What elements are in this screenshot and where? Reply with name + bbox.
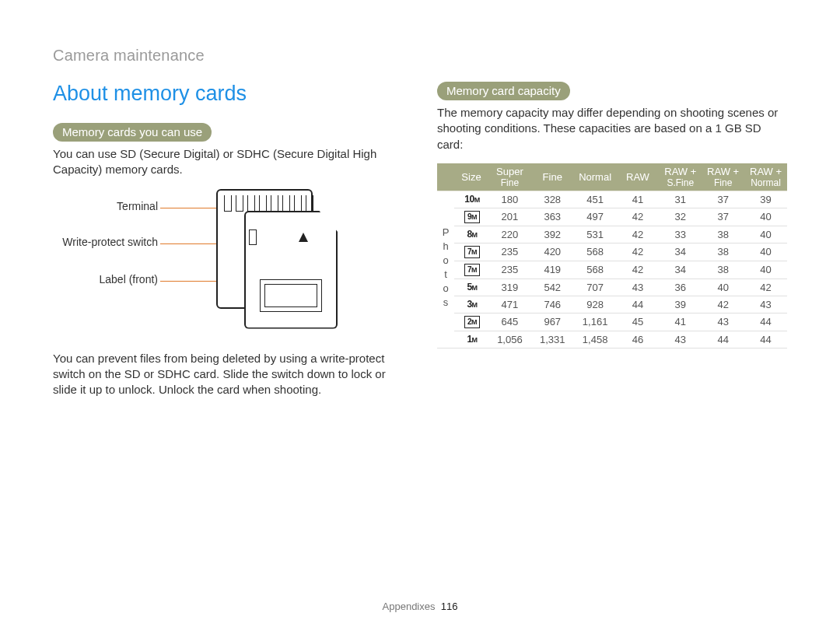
footer-section: Appendixes [383,601,436,612]
capacity-cell: 46 [617,331,660,348]
capacity-cell: 42 [702,296,744,313]
capacity-cell: 44 [617,296,660,313]
size-cell: 2M [454,313,488,331]
capacity-cell: 180 [488,191,531,208]
table-row: 2M6459671,16145414344 [437,313,787,331]
size-cell: 9M [454,208,488,226]
table-header-row: SizeSuperFineFineNormalRAWRAW +S.FineRAW… [437,163,787,191]
capacity-cell: 37 [702,208,744,226]
table-row: 7M23542056842343840 [437,243,787,261]
row-group-label: Photos [437,191,454,348]
table-header-cell: RAW +Normal [744,163,787,191]
capacity-cell: 40 [744,243,787,261]
capacity-cell: 235 [488,261,531,278]
capacity-cell: 31 [659,191,702,208]
intro-usable-cards: You can use SD (Secure Digital) or SDHC … [53,146,403,178]
capacity-cell: 707 [574,278,617,296]
capacity-cell: 39 [659,296,702,313]
size-cell: 1M [454,331,488,348]
capacity-cell: 1,161 [574,313,617,331]
capacity-cell: 34 [659,243,702,261]
sd-card-diagram: Terminal Write-protect switch Label (fro… [53,189,403,337]
capacity-cell: 38 [702,261,744,278]
capacity-cell: 42 [744,278,787,296]
capacity-cell: 45 [617,313,660,331]
table-row: 5M31954270743364042 [437,278,787,296]
capacity-cell: 44 [744,313,787,331]
capacity-cell: 568 [574,243,617,261]
capacity-cell: 328 [531,191,574,208]
table-header-cell: Size [454,163,488,191]
capacity-cell: 41 [659,313,702,331]
capacity-cell: 43 [744,296,787,313]
capacity-cell: 36 [659,278,702,296]
capacity-cell: 1,331 [531,331,574,348]
capacity-cell: 43 [617,278,660,296]
section-pill-capacity: Memory card capacity [437,82,570,100]
capacity-cell: 220 [488,226,531,243]
page-title: About memory cards [53,82,403,106]
capacity-cell: 746 [531,296,574,313]
table-header-cell: RAW +Fine [702,163,744,191]
capacity-cell: 928 [574,296,617,313]
capacity-cell: 235 [488,243,531,261]
size-cell: 3M [454,296,488,313]
diagram-label-write-protect: Write-protect switch [53,236,158,248]
capacity-cell: 34 [659,261,702,278]
table-header-cell: Normal [574,163,617,191]
capacity-cell: 420 [531,243,574,261]
capacity-cell: 38 [702,226,744,243]
table-row: 8M22039253142333840 [437,226,787,243]
left-column: About memory cards Memory cards you can … [53,82,403,408]
capacity-cell: 40 [744,226,787,243]
capacity-cell: 645 [488,313,531,331]
capacity-cell: 471 [488,296,531,313]
capacity-cell: 1,458 [574,331,617,348]
table-row: 9M20136349742323740 [437,208,787,226]
capacity-cell: 497 [574,208,617,226]
intro-capacity: The memory capacity may differ depending… [437,105,787,152]
capacity-cell: 43 [702,313,744,331]
capacity-cell: 419 [531,261,574,278]
capacity-cell: 392 [531,226,574,243]
write-protect-text: You can prevent files from being deleted… [53,351,403,398]
capacity-cell: 1,056 [488,331,531,348]
capacity-cell: 42 [617,243,660,261]
capacity-cell: 44 [744,331,787,348]
table-header-cell: Fine [531,163,574,191]
capacity-cell: 37 [702,191,744,208]
table-row: 3M47174692844394243 [437,296,787,313]
capacity-cell: 44 [702,331,744,348]
table-header-blank [437,163,454,191]
capacity-cell: 451 [574,191,617,208]
capacity-cell: 319 [488,278,531,296]
capacity-cell: 40 [702,278,744,296]
table-row: 7M23541956842343840 [437,261,787,278]
size-cell: 5M [454,278,488,296]
capacity-table: SizeSuperFineFineNormalRAWRAW +S.FineRAW… [437,163,787,349]
size-cell: 8M [454,226,488,243]
table-header-cell: RAW +S.Fine [659,163,702,191]
breadcrumb: Camera maintenance [53,47,787,65]
capacity-cell: 531 [574,226,617,243]
diagram-label-terminal: Terminal [53,200,158,212]
table-header-cell: RAW [617,163,660,191]
size-cell: 7M [454,243,488,261]
section-pill-usable-cards: Memory cards you can use [53,123,212,142]
footer-page-number: 116 [441,601,458,612]
table-row: 1M1,0561,3311,45846434444 [437,331,787,348]
table-row: Photos10M18032845141313739 [437,191,787,208]
table-header-cell: SuperFine [488,163,531,191]
right-column: Memory card capacity The memory capacity… [437,82,787,408]
capacity-cell: 542 [531,278,574,296]
capacity-cell: 42 [617,226,660,243]
capacity-cell: 363 [531,208,574,226]
capacity-cell: 43 [659,331,702,348]
capacity-cell: 40 [744,208,787,226]
capacity-cell: 39 [744,191,787,208]
capacity-cell: 201 [488,208,531,226]
capacity-cell: 33 [659,226,702,243]
capacity-cell: 32 [659,208,702,226]
size-cell: 7M [454,261,488,278]
capacity-cell: 42 [617,261,660,278]
